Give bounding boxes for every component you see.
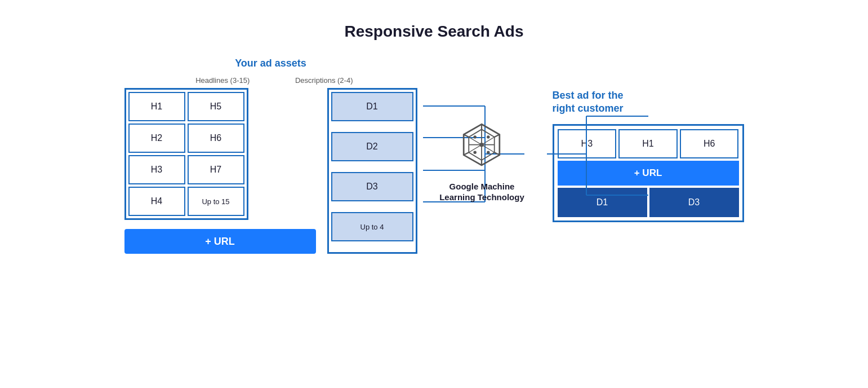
desc-d2: D2 (331, 132, 413, 161)
grid-container: H1 H5 H2 H6 H3 H7 H4 Up to 15 + URL D1 D… (124, 88, 417, 254)
svg-line-14 (495, 152, 500, 155)
svg-point-22 (480, 143, 484, 147)
result-headline-h6: H6 (680, 129, 739, 158)
headline-h2: H2 (128, 124, 185, 153)
svg-point-23 (474, 135, 477, 138)
desc-d3: D3 (331, 172, 413, 201)
headline-h5: H5 (188, 92, 244, 121)
ad-assets-section: Your ad assets Headlines (3-15) Descript… (124, 58, 417, 254)
svg-point-24 (487, 135, 490, 138)
descriptions-grid: D1 D2 D3 Up to 4 (327, 88, 417, 254)
svg-line-13 (495, 134, 500, 137)
column-labels: Headlines (3-15) Descriptions (2-4) (175, 76, 367, 85)
brain-icon (453, 120, 510, 177)
headline-h4: H4 (128, 187, 185, 216)
headline-h1: H1 (128, 92, 185, 121)
svg-point-26 (487, 151, 490, 153)
main-content: Your ad assets Headlines (3-15) Descript… (124, 58, 744, 254)
ad-assets-label: Your ad assets (235, 58, 306, 69)
svg-line-17 (464, 134, 469, 137)
url-bar-left: + URL (124, 229, 316, 254)
brain-label: Google Machine Learning Technology (439, 181, 524, 203)
svg-point-25 (474, 151, 477, 153)
result-desc-d3: D3 (649, 188, 739, 217)
svg-line-16 (464, 152, 469, 155)
page-title: Responsive Search Ads (345, 23, 524, 41)
page-container: Responsive Search Ads Your ad assets Hea… (0, 0, 868, 388)
headlines-label: Headlines (3-15) (175, 76, 270, 85)
brain-section: Google Machine Learning Technology (439, 120, 524, 203)
headline-upto15: Up to 15 (188, 187, 244, 216)
desc-upto4: Up to 4 (331, 212, 413, 241)
headline-h7: H7 (188, 155, 244, 184)
headline-h3: H3 (128, 155, 185, 184)
headline-h6: H6 (188, 124, 244, 153)
desc-d1: D1 (331, 92, 413, 121)
headlines-grid: H1 H5 H2 H6 H3 H7 H4 Up to 15 (124, 88, 248, 220)
descriptions-label: Descriptions (2-4) (282, 76, 367, 85)
